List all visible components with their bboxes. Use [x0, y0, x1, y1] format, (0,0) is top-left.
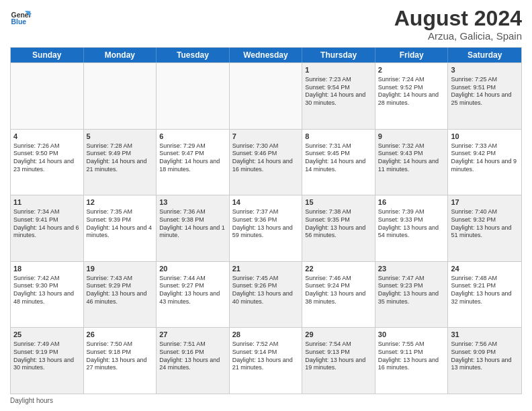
calendar-cell: 18Sunrise: 7:42 AMSunset: 9:30 PMDayligh… [11, 262, 84, 328]
calendar-cell: 3Sunrise: 7:25 AMSunset: 9:51 PMDaylight… [448, 63, 521, 129]
calendar-cell: 2Sunrise: 7:24 AMSunset: 9:52 PMDaylight… [375, 63, 449, 129]
day-number: 7 [232, 132, 300, 142]
calendar-cell: 31Sunrise: 7:56 AMSunset: 9:09 PMDayligh… [448, 328, 521, 394]
day-number: 1 [305, 65, 372, 75]
calendar-cell: 15Sunrise: 7:38 AMSunset: 9:35 PMDayligh… [302, 195, 375, 261]
cell-info: Sunset: 9:09 PM [451, 349, 519, 357]
cell-info: Sunset: 9:47 PM [159, 150, 226, 158]
day-number: 13 [159, 197, 226, 208]
cell-info: Sunrise: 7:47 AM [378, 275, 445, 283]
weekday-header-sunday: Sunday [11, 48, 84, 62]
cell-info: Daylight: 13 hours and 19 minutes. [305, 357, 372, 372]
cell-info: Daylight: 13 hours and 38 minutes. [305, 290, 372, 306]
day-number: 30 [378, 330, 445, 340]
calendar-cell [84, 63, 157, 129]
location: Arzua, Galicia, Spain [394, 30, 522, 42]
cell-info: Daylight: 13 hours and 56 minutes. [305, 224, 372, 240]
day-number: 20 [159, 264, 226, 274]
weekday-header-monday: Monday [84, 48, 157, 62]
cell-info: Daylight: 14 hours and 28 minutes. [378, 91, 445, 107]
calendar-header: SundayMondayTuesdayWednesdayThursdayFrid… [11, 48, 521, 62]
cell-info: Sunset: 9:13 PM [305, 349, 372, 357]
cell-info: Sunrise: 7:35 AM [87, 208, 154, 216]
cell-info: Daylight: 14 hours and 18 minutes. [159, 158, 226, 173]
weekday-header-thursday: Thursday [302, 48, 375, 62]
cell-info: Sunrise: 7:25 AM [451, 76, 519, 84]
day-number: 11 [13, 197, 81, 208]
day-number: 4 [13, 132, 81, 142]
day-number: 12 [87, 197, 154, 208]
calendar-cell: 24Sunrise: 7:48 AMSunset: 9:21 PMDayligh… [448, 262, 521, 328]
day-number: 5 [87, 132, 154, 142]
logo-icon: General Blue [10, 7, 32, 28]
cell-info: Daylight: 14 hours and 6 minutes. [13, 224, 81, 240]
weekday-header-wednesday: Wednesday [230, 48, 303, 62]
calendar-cell: 20Sunrise: 7:44 AMSunset: 9:27 PMDayligh… [157, 262, 230, 328]
cell-info: Sunrise: 7:24 AM [378, 76, 445, 84]
cell-info: Sunset: 9:16 PM [159, 349, 226, 357]
day-number: 16 [378, 197, 445, 208]
cell-info: Sunset: 9:35 PM [305, 216, 372, 224]
calendar-cell: 12Sunrise: 7:35 AMSunset: 9:39 PMDayligh… [84, 195, 157, 261]
calendar-cell: 10Sunrise: 7:33 AMSunset: 9:42 PMDayligh… [448, 130, 521, 195]
day-number: 19 [87, 264, 154, 274]
day-number: 25 [13, 330, 81, 340]
day-number: 2 [378, 65, 445, 75]
cell-info: Sunset: 9:51 PM [451, 84, 519, 92]
calendar-cell: 11Sunrise: 7:34 AMSunset: 9:41 PMDayligh… [11, 195, 84, 261]
cell-info: Sunset: 9:41 PM [13, 216, 81, 224]
cell-info: Daylight: 13 hours and 40 minutes. [232, 290, 300, 306]
cell-info: Sunset: 9:14 PM [232, 349, 300, 357]
cell-info: Sunrise: 7:37 AM [232, 208, 300, 216]
calendar-cell: 7Sunrise: 7:30 AMSunset: 9:46 PMDaylight… [230, 130, 303, 195]
cell-info: Sunset: 9:43 PM [378, 150, 445, 158]
day-number: 22 [305, 264, 372, 274]
calendar-cell: 9Sunrise: 7:32 AMSunset: 9:43 PMDaylight… [375, 130, 449, 195]
day-number: 10 [451, 132, 519, 142]
cell-info: Sunrise: 7:34 AM [13, 208, 81, 216]
cell-info: Daylight: 13 hours and 30 minutes. [13, 357, 81, 372]
cell-info: Sunset: 9:32 PM [451, 216, 519, 224]
calendar-cell: 4Sunrise: 7:26 AMSunset: 9:50 PMDaylight… [11, 130, 84, 195]
cell-info: Sunset: 9:24 PM [305, 282, 372, 290]
cell-info: Sunrise: 7:50 AM [87, 340, 154, 349]
day-number: 27 [159, 330, 226, 340]
cell-info: Sunrise: 7:51 AM [159, 340, 226, 349]
cell-info: Sunset: 9:38 PM [159, 216, 226, 224]
cell-info: Sunrise: 7:55 AM [378, 340, 445, 349]
calendar-cell: 1Sunrise: 7:23 AMSunset: 9:54 PMDaylight… [302, 63, 375, 129]
cell-info: Daylight: 14 hours and 9 minutes. [451, 158, 519, 173]
day-number: 18 [13, 264, 81, 274]
cell-info: Daylight: 13 hours and 35 minutes. [378, 290, 445, 306]
day-number: 6 [159, 132, 226, 142]
cell-info: Daylight: 14 hours and 4 minutes. [87, 224, 154, 240]
cell-info: Daylight: 13 hours and 54 minutes. [378, 224, 445, 240]
day-number: 29 [305, 330, 372, 340]
calendar-cell: 8Sunrise: 7:31 AMSunset: 9:45 PMDaylight… [302, 130, 375, 195]
day-number: 24 [451, 264, 519, 274]
cell-info: Sunset: 9:19 PM [13, 349, 81, 357]
calendar-cell [230, 63, 303, 129]
day-number: 9 [378, 132, 445, 142]
calendar-cell: 17Sunrise: 7:40 AMSunset: 9:32 PMDayligh… [448, 195, 521, 261]
cell-info: Daylight: 13 hours and 13 minutes. [451, 357, 519, 372]
cell-info: Sunset: 9:46 PM [232, 150, 300, 158]
cell-info: Sunset: 9:30 PM [13, 282, 81, 290]
day-number: 26 [87, 330, 154, 340]
cell-info: Sunrise: 7:46 AM [305, 275, 372, 283]
cell-info: Daylight: 14 hours and 25 minutes. [451, 91, 519, 107]
calendar-row-5: 25Sunrise: 7:49 AMSunset: 9:19 PMDayligh… [11, 327, 521, 394]
cell-info: Sunrise: 7:48 AM [451, 275, 519, 283]
cell-info: Sunrise: 7:36 AM [159, 208, 226, 216]
cell-info: Sunset: 9:45 PM [305, 150, 372, 158]
calendar-row-2: 4Sunrise: 7:26 AMSunset: 9:50 PMDaylight… [11, 129, 521, 195]
cell-info: Sunset: 9:27 PM [159, 282, 226, 290]
cell-info: Sunset: 9:18 PM [87, 349, 154, 357]
calendar-cell: 23Sunrise: 7:47 AMSunset: 9:23 PMDayligh… [375, 262, 449, 328]
cell-info: Sunrise: 7:30 AM [232, 142, 300, 150]
cell-info: Daylight: 13 hours and 48 minutes. [13, 290, 81, 306]
calendar-cell: 13Sunrise: 7:36 AMSunset: 9:38 PMDayligh… [157, 195, 230, 261]
cell-info: Daylight: 13 hours and 46 minutes. [87, 290, 154, 306]
cell-info: Sunset: 9:26 PM [232, 282, 300, 290]
calendar-cell: 27Sunrise: 7:51 AMSunset: 9:16 PMDayligh… [157, 328, 230, 394]
